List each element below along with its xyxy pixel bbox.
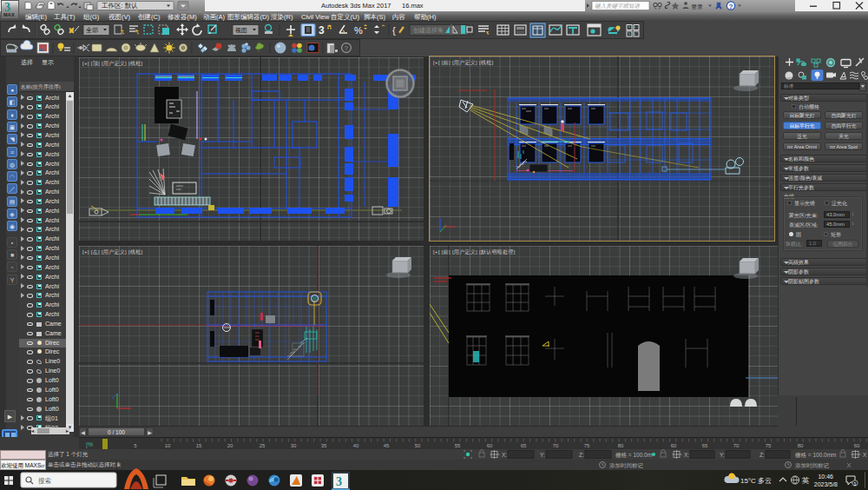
svg-text:?: ?: [345, 44, 349, 52]
svg-text:10: 10: [165, 443, 171, 448]
svg-text:60: 60: [487, 443, 493, 448]
svg-text:15: 15: [196, 443, 202, 448]
svg-text:全部: 全部: [86, 27, 98, 34]
svg-text:70: 70: [553, 443, 559, 448]
svg-text:5: 5: [134, 443, 137, 448]
svg-text:Y:: Y:: [720, 452, 725, 458]
svg-text:|%: |%: [86, 441, 93, 448]
svg-text:25: 25: [260, 443, 266, 448]
svg-text:%: %: [354, 25, 363, 36]
svg-text:英: 英: [801, 476, 810, 485]
svg-text:工作区: 默认: 工作区: 默认: [102, 2, 138, 10]
svg-text:75: 75: [584, 443, 590, 448]
svg-text:3: 3: [319, 24, 325, 36]
svg-text:80: 80: [798, 443, 804, 448]
svg-text:键入关键字或短语: 键入关键字或短语: [595, 3, 641, 9]
svg-text:Z:: Z:: [579, 452, 584, 458]
svg-text:80: 80: [618, 443, 624, 448]
svg-text:Y:: Y:: [540, 452, 545, 458]
svg-text:创建选择集: 创建选择集: [413, 27, 444, 34]
svg-text:登录: 登录: [691, 3, 703, 10]
svg-text:15°C 多云: 15°C 多云: [740, 477, 772, 485]
svg-text:60: 60: [854, 443, 860, 448]
svg-text:{: {: [392, 25, 396, 36]
svg-text:60: 60: [671, 443, 677, 448]
svg-text:添加时间标记: 添加时间标记: [795, 462, 830, 469]
svg-text:45: 45: [384, 443, 390, 448]
svg-text:栅格 = 100.0m: 栅格 = 100.0m: [615, 452, 652, 459]
svg-text:X:: X:: [684, 452, 689, 458]
svg-text:30: 30: [291, 443, 297, 448]
svg-text:55: 55: [455, 443, 461, 448]
svg-text:3: 3: [336, 475, 342, 488]
svg-text:栅格 = 100.0mm: 栅格 = 100.0mm: [795, 452, 837, 459]
svg-text:65: 65: [521, 443, 527, 448]
svg-text:50: 50: [415, 443, 421, 448]
svg-text:20: 20: [227, 443, 233, 448]
svg-text:视图: 视图: [235, 27, 247, 34]
svg-text:搜索: 搜索: [38, 477, 51, 485]
svg-text:75: 75: [766, 443, 772, 448]
svg-text:?: ?: [729, 3, 733, 10]
svg-text:10:46: 10:46: [818, 473, 833, 480]
svg-text:2023/5/8: 2023/5/8: [814, 481, 838, 487]
svg-text:70: 70: [733, 443, 740, 448]
svg-text:Z:: Z:: [760, 452, 765, 458]
svg-text:X:: X:: [502, 452, 507, 458]
svg-text:65: 65: [702, 443, 708, 448]
svg-text:X: X: [863, 452, 867, 458]
svg-text:添加时间标记: 添加时间标记: [609, 462, 644, 469]
svg-text:35: 35: [321, 443, 327, 448]
svg-text:40: 40: [353, 443, 359, 448]
